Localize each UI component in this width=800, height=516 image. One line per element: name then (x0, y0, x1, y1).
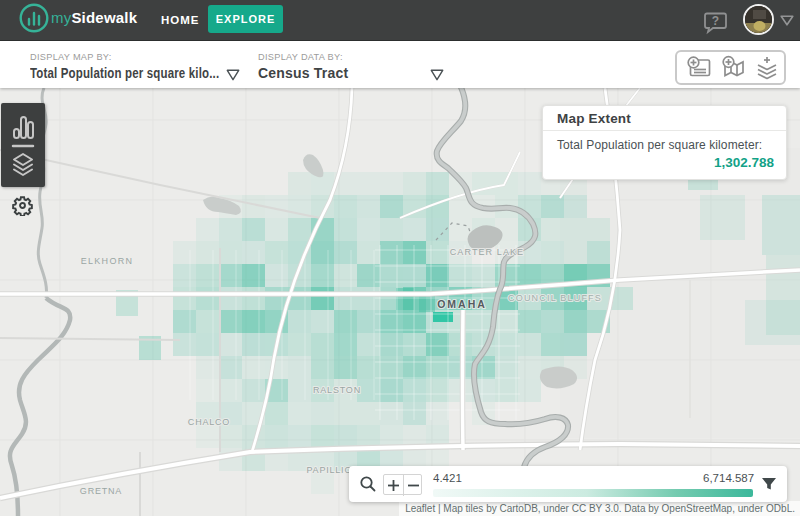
svg-text:CARTER LAKE: CARTER LAKE (450, 247, 524, 257)
svg-text:CHALCO: CHALCO (188, 417, 230, 427)
svg-text:OMAHA: OMAHA (437, 298, 487, 310)
svg-text:RALSTON: RALSTON (313, 385, 361, 395)
svg-text:GRETNA: GRETNA (80, 486, 122, 496)
svg-text:ELKHORN: ELKHORN (81, 256, 134, 266)
svg-text:?: ? (712, 14, 719, 28)
svg-text:COUNCIL BLUFFS: COUNCIL BLUFFS (508, 293, 602, 303)
